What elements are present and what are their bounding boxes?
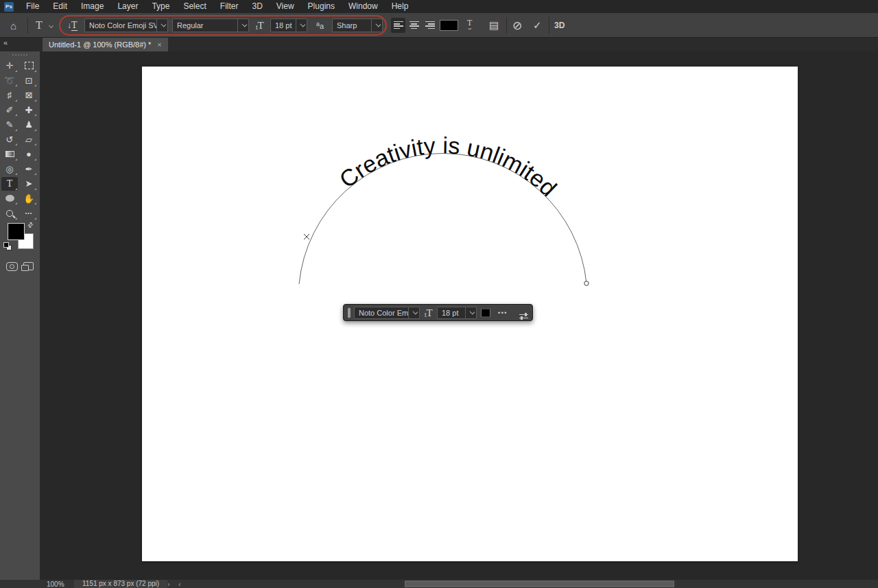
horizontal-scrollbar-thumb[interactable] — [405, 581, 674, 587]
tool-more-tools[interactable]: ••• — [21, 207, 37, 220]
align-center-button[interactable] — [407, 18, 421, 33]
tool-marquee[interactable] — [21, 59, 37, 73]
tool-crop[interactable]: ♯ — [1, 89, 18, 102]
menu-items: FileEditImageLayerTypeSelectFilter3DView… — [19, 0, 415, 13]
align-right-icon — [425, 21, 435, 30]
menu-help[interactable]: Help — [385, 0, 416, 13]
tool-frame[interactable]: ⊠ — [21, 89, 37, 102]
text-color-swatch[interactable] — [440, 20, 458, 31]
context-bar-drag-handle-icon[interactable] — [348, 307, 351, 318]
tab-bar: « Untitled-1 @ 100% (RGB/8#) * × — [0, 38, 878, 51]
font-size-dropdown-arrow[interactable] — [296, 19, 307, 32]
font-style-dropdown-arrow[interactable] — [237, 19, 248, 32]
rectangular-marquee-icon — [25, 62, 34, 69]
context-font-family-select[interactable]: Noto Color Emoji... — [354, 307, 420, 319]
tool-healing-brush[interactable]: ✚ — [21, 103, 37, 117]
status-prev-icon[interactable]: ‹ — [178, 580, 181, 588]
blur-icon: ● — [26, 150, 32, 158]
curved-text[interactable]: Creativity is unlimited — [334, 132, 562, 201]
menu-file[interactable]: File — [19, 0, 46, 13]
font-style-value: Regular — [173, 21, 237, 30]
chevron-down-icon — [375, 21, 381, 27]
font-family-dropdown-arrow[interactable] — [156, 19, 167, 32]
tool-hand[interactable]: ✋ — [21, 191, 37, 205]
tool-blur[interactable]: ● — [21, 148, 37, 161]
toolbar-bottom-buttons — [0, 258, 40, 271]
document-tab[interactable]: Untitled-1 @ 100% (RGB/8#) * × — [43, 38, 168, 51]
tool-lasso[interactable]: ➰ — [1, 73, 18, 87]
menu-view[interactable]: View — [270, 0, 301, 13]
tool-eyedropper[interactable]: ✐ — [1, 103, 18, 117]
align-right-button[interactable] — [423, 18, 437, 33]
default-colors-icon[interactable] — [3, 242, 12, 250]
tool-eraser[interactable]: ▱ — [21, 132, 37, 146]
context-task-bar: Noto Color Emoji... tT 18 pt ••• — [343, 304, 533, 321]
frame-icon: ⊠ — [25, 91, 33, 99]
swap-colors-icon[interactable]: ⇄ — [25, 220, 34, 229]
zoom-level[interactable]: 100% — [47, 580, 64, 588]
menu-3d[interactable]: 3D — [245, 0, 269, 13]
context-font-size-select[interactable]: 18 pt — [437, 307, 477, 319]
menu-type[interactable]: Type — [145, 0, 176, 13]
tool-type[interactable]: T — [1, 177, 18, 191]
options-bar: ⌂ T ↓T Noto Color Emoji SVG Regular tT 1… — [0, 13, 878, 38]
context-font-size-dropdown-arrow[interactable] — [465, 307, 476, 318]
home-icon[interactable]: ⌂ — [10, 19, 16, 31]
menu-filter[interactable]: Filter — [213, 0, 246, 13]
chevron-down-icon — [412, 309, 418, 314]
context-text-color-swatch[interactable] — [481, 308, 490, 317]
type-tool-preset-icon[interactable]: T — [36, 19, 43, 32]
screen-mode-icon[interactable] — [23, 262, 34, 270]
tool-ellipse[interactable] — [1, 191, 18, 205]
chevron-down-icon[interactable] — [49, 23, 54, 27]
font-size-select[interactable]: 18 pt — [270, 19, 307, 32]
more-options-icon[interactable]: ••• — [498, 309, 508, 316]
separator — [27, 17, 28, 34]
document-info[interactable]: 1151 px x 873 px (72 ppi) — [74, 580, 167, 588]
lasso-icon: ➰ — [4, 76, 15, 85]
status-next-icon[interactable]: › — [167, 580, 170, 588]
hand-tool-icon: ✋ — [23, 194, 34, 203]
tool-history-brush[interactable]: ↺ — [1, 132, 18, 146]
tool-zoom[interactable] — [1, 207, 18, 220]
tool-path-selection[interactable]: ➤ — [21, 177, 37, 191]
anti-alias-dropdown-arrow[interactable] — [371, 19, 382, 32]
foreground-color-swatch[interactable] — [8, 224, 24, 239]
tool-dodge[interactable]: ◎ — [1, 162, 18, 176]
anti-alias-select[interactable]: Sharp — [332, 19, 383, 32]
tool-clone-stamp[interactable]: ♟ — [21, 118, 37, 132]
menu-select[interactable]: Select — [176, 0, 213, 13]
menu-window[interactable]: Window — [342, 0, 385, 13]
font-style-select[interactable]: Regular — [172, 19, 249, 32]
quick-mask-mode-icon[interactable] — [6, 262, 18, 271]
menu-bar: Ps FileEditImageLayerTypeSelectFilter3DV… — [0, 0, 878, 13]
menu-plugins[interactable]: Plugins — [301, 0, 342, 13]
align-left-button[interactable] — [391, 18, 405, 33]
chevron-down-icon — [161, 21, 166, 27]
3d-button[interactable]: 3D — [554, 21, 565, 30]
pen-icon: ✒ — [25, 165, 33, 174]
dodge-icon: ◎ — [5, 165, 13, 174]
toggle-panels-icon[interactable]: ▤ — [489, 19, 499, 32]
tool-brush[interactable]: ✎ — [1, 118, 18, 132]
warp-text-icon[interactable]: T⌣ — [467, 21, 472, 30]
menu-image[interactable]: Image — [74, 0, 110, 13]
toggle-text-orientation-icon[interactable]: ↓T — [67, 20, 78, 31]
collapse-panels-icon[interactable]: « — [3, 38, 7, 47]
commit-edits-icon[interactable]: ✓ — [533, 19, 542, 32]
menu-layer[interactable]: Layer — [110, 0, 145, 13]
tool-pen[interactable]: ✒ — [21, 162, 37, 176]
tool-gradient[interactable] — [1, 148, 18, 161]
eraser-icon: ▱ — [25, 135, 32, 144]
tool-move[interactable]: ✛ — [1, 59, 18, 73]
cancel-edits-icon[interactable]: ⊘ — [512, 18, 522, 32]
photoshop-window: Ps FileEditImageLayerTypeSelectFilter3DV… — [0, 0, 878, 588]
text-start-marker-icon[interactable] — [304, 234, 309, 239]
menu-edit[interactable]: Edit — [46, 0, 74, 13]
context-font-family-dropdown-arrow[interactable] — [408, 307, 419, 318]
pasteboard[interactable]: Creativity is unlimited Noto Color Emoji… — [40, 51, 878, 580]
close-tab-icon[interactable]: × — [157, 40, 161, 49]
tool-object-selection[interactable]: ⊡ — [21, 73, 37, 87]
font-family-select[interactable]: Noto Color Emoji SVG — [84, 19, 168, 32]
path-end-marker-icon[interactable] — [584, 281, 589, 285]
